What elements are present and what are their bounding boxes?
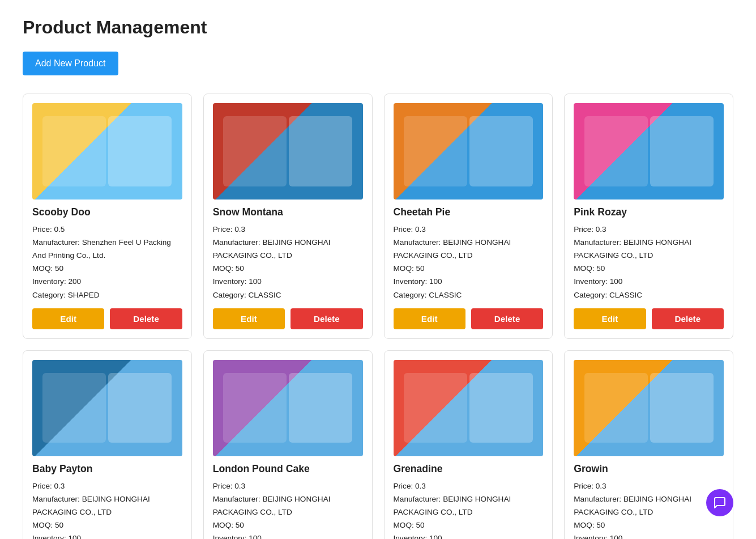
product-card-london-pound-cake: London Pound Cake Price: 0.3 Manufacture…: [203, 350, 373, 539]
product-info-london-pound-cake: Price: 0.3 Manufacturer: BEIJING HONGHAI…: [213, 479, 363, 539]
product-image-baby-payton: [32, 360, 182, 456]
product-image-snow-montana: [213, 103, 363, 200]
page-title: Product Management: [23, 17, 733, 38]
product-name-baby-payton: Baby Payton: [32, 463, 182, 475]
product-name-growin: Growin: [574, 463, 724, 475]
product-image-pink-rozay: [574, 103, 724, 200]
product-info-grenadine: Price: 0.3 Manufacturer: BEIJING HONGHAI…: [394, 479, 544, 539]
product-card-cheetah-pie: Cheetah Pie Price: 0.3 Manufacturer: BEI…: [384, 94, 553, 339]
edit-button-cheetah-pie[interactable]: Edit: [394, 308, 465, 329]
edit-button-scooby-doo[interactable]: Edit: [32, 308, 104, 329]
product-card-snow-montana: Snow Montana Price: 0.3 Manufacturer: BE…: [203, 94, 373, 339]
product-name-cheetah-pie: Cheetah Pie: [394, 206, 544, 218]
add-new-product-button[interactable]: Add New Product: [23, 52, 118, 75]
product-image-scooby-doo: [32, 103, 182, 200]
product-image-grenadine: [394, 360, 544, 456]
product-info-scooby-doo: Price: 0.5 Manufacturer: Shenzhen Feel U…: [32, 223, 182, 302]
delete-button-snow-montana[interactable]: Delete: [291, 308, 362, 329]
edit-button-pink-rozay[interactable]: Edit: [574, 308, 646, 329]
delete-button-scooby-doo[interactable]: Delete: [110, 308, 182, 329]
product-info-cheetah-pie: Price: 0.3 Manufacturer: BEIJING HONGHAI…: [394, 223, 544, 302]
product-name-london-pound-cake: London Pound Cake: [213, 463, 363, 475]
chat-button[interactable]: [706, 489, 733, 516]
product-name-snow-montana: Snow Montana: [213, 206, 363, 218]
product-info-snow-montana: Price: 0.3 Manufacturer: BEIJING HONGHAI…: [213, 223, 363, 302]
edit-button-snow-montana[interactable]: Edit: [213, 308, 285, 329]
product-name-pink-rozay: Pink Rozay: [574, 206, 724, 218]
product-info-growin: Price: 0.3 Manufacturer: BEIJING HONGHAI…: [574, 479, 724, 539]
product-info-pink-rozay: Price: 0.3 Manufacturer: BEIJING HONGHAI…: [574, 223, 724, 302]
delete-button-pink-rozay[interactable]: Delete: [652, 308, 724, 329]
product-card-scooby-doo: Scooby Doo Price: 0.5 Manufacturer: Shen…: [23, 94, 192, 339]
product-card-growin: Growin Price: 0.3 Manufacturer: BEIJING …: [564, 350, 733, 539]
product-image-london-pound-cake: [213, 360, 363, 456]
product-card-baby-payton: Baby Payton Price: 0.3 Manufacturer: BEI…: [23, 350, 192, 539]
product-name-scooby-doo: Scooby Doo: [32, 206, 182, 218]
product-image-growin: [574, 360, 724, 456]
product-name-grenadine: Grenadine: [394, 463, 544, 475]
product-info-baby-payton: Price: 0.3 Manufacturer: BEIJING HONGHAI…: [32, 479, 182, 539]
product-card-pink-rozay: Pink Rozay Price: 0.3 Manufacturer: BEIJ…: [564, 94, 733, 339]
delete-button-cheetah-pie[interactable]: Delete: [471, 308, 543, 329]
product-grid: Scooby Doo Price: 0.5 Manufacturer: Shen…: [23, 94, 733, 539]
product-image-cheetah-pie: [394, 103, 544, 200]
product-card-grenadine: Grenadine Price: 0.3 Manufacturer: BEIJI…: [384, 350, 553, 539]
